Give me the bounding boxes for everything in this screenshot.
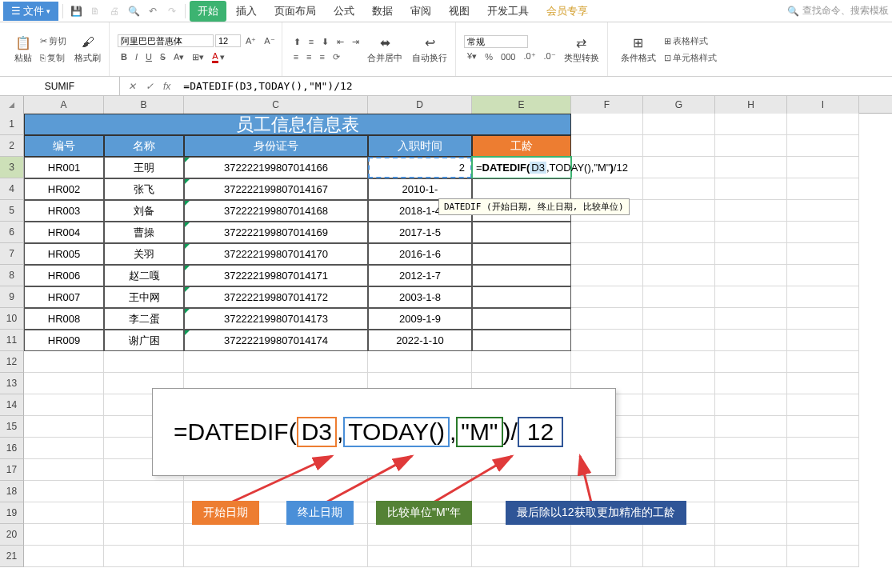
- cell[interactable]: [472, 178, 571, 200]
- align-left-icon[interactable]: ≡: [290, 50, 302, 63]
- cell[interactable]: HR008: [24, 308, 104, 330]
- paste-button[interactable]: 📋粘贴: [10, 33, 37, 66]
- cell[interactable]: 王中网: [104, 286, 184, 308]
- comma-icon[interactable]: 000: [498, 50, 518, 63]
- cell[interactable]: 372222199807014174: [184, 330, 368, 351]
- tab-view[interactable]: 视图: [441, 1, 478, 22]
- search-box[interactable]: 🔍 查找命令、搜索模板: [787, 4, 889, 18]
- cell[interactable]: [715, 351, 787, 373]
- cond-format-button[interactable]: ⊞条件格式: [616, 33, 661, 66]
- row-header-18[interactable]: 18: [0, 481, 24, 502]
- cell[interactable]: [643, 330, 715, 351]
- cell[interactable]: HR002: [24, 178, 104, 200]
- tab-dev[interactable]: 开发工具: [479, 1, 537, 22]
- cut-button[interactable]: ✂ 剪切: [37, 34, 70, 49]
- cell[interactable]: [571, 265, 643, 286]
- cell[interactable]: [184, 546, 368, 567]
- row-header-1[interactable]: 1: [0, 114, 24, 135]
- cell[interactable]: [643, 222, 715, 243]
- cell[interactable]: [571, 351, 643, 373]
- cell[interactable]: [715, 135, 787, 157]
- col-header-C[interactable]: C: [184, 96, 368, 114]
- cell[interactable]: [643, 200, 715, 222]
- fx-icon[interactable]: fx: [163, 81, 170, 92]
- align-middle-icon[interactable]: ≡: [306, 35, 317, 48]
- cell[interactable]: [643, 135, 715, 157]
- cell[interactable]: 2009-1-9: [368, 308, 472, 330]
- row-header-15[interactable]: 15: [0, 416, 24, 438]
- col-header-I[interactable]: I: [787, 96, 859, 114]
- col-header-H[interactable]: H: [715, 96, 787, 114]
- cell[interactable]: [571, 114, 643, 135]
- cell[interactable]: HR001: [24, 157, 104, 178]
- cell[interactable]: [643, 157, 715, 178]
- decimal-inc-icon[interactable]: .0⁺: [520, 50, 538, 63]
- cell[interactable]: [715, 438, 787, 459]
- cell[interactable]: [184, 481, 368, 502]
- cell[interactable]: 2: [368, 157, 472, 178]
- cell[interactable]: [472, 286, 571, 308]
- cell[interactable]: [368, 351, 472, 373]
- undo-icon[interactable]: ↶: [144, 2, 162, 20]
- font-color-button[interactable]: A▾: [209, 50, 227, 65]
- cell[interactable]: 372222199807014168: [184, 200, 368, 222]
- cell[interactable]: HR005: [24, 243, 104, 265]
- cell[interactable]: [104, 502, 184, 524]
- cell[interactable]: HR006: [24, 265, 104, 286]
- fill-color-button[interactable]: A▾: [170, 50, 187, 64]
- cell[interactable]: [472, 330, 571, 351]
- underline-button[interactable]: U: [142, 50, 155, 63]
- cell[interactable]: [24, 546, 104, 567]
- currency-icon[interactable]: ¥▾: [464, 50, 480, 63]
- cell[interactable]: 2022-1-10: [368, 330, 472, 351]
- cell[interactable]: HR009: [24, 330, 104, 351]
- strike-button[interactable]: S̶: [157, 50, 169, 64]
- font-size-input[interactable]: [215, 34, 241, 47]
- cell[interactable]: [715, 373, 787, 394]
- cell[interactable]: [24, 524, 104, 546]
- row-header-7[interactable]: 7: [0, 243, 24, 265]
- grid[interactable]: A B C D E F G H I 1员工信息信息表2编号名称身份证号入职时间工…: [0, 96, 892, 588]
- cell[interactable]: [643, 243, 715, 265]
- row-header-13[interactable]: 13: [0, 373, 24, 394]
- row-header-5[interactable]: 5: [0, 200, 24, 222]
- row-header-4[interactable]: 4: [0, 178, 24, 200]
- cell[interactable]: [715, 178, 787, 200]
- cell[interactable]: 2003-1-8: [368, 286, 472, 308]
- cell[interactable]: [643, 438, 715, 459]
- tab-review[interactable]: 审阅: [402, 1, 439, 22]
- cell[interactable]: [24, 502, 104, 524]
- bold-button[interactable]: B: [118, 50, 130, 63]
- copy-button[interactable]: ⎘ 复制: [37, 50, 68, 66]
- cell[interactable]: [787, 200, 859, 222]
- col-header-D[interactable]: D: [368, 96, 472, 114]
- cell[interactable]: [787, 114, 859, 135]
- row-header-11[interactable]: 11: [0, 330, 24, 351]
- cell[interactable]: [715, 524, 787, 546]
- cell[interactable]: [24, 373, 104, 394]
- cell[interactable]: [368, 546, 472, 567]
- cell[interactable]: 谢广困: [104, 330, 184, 351]
- cell[interactable]: [571, 481, 643, 502]
- cell[interactable]: [787, 286, 859, 308]
- cell[interactable]: 372222199807014167: [184, 178, 368, 200]
- tab-data[interactable]: 数据: [364, 1, 401, 22]
- cell[interactable]: 赵二嘎: [104, 265, 184, 286]
- header-D[interactable]: 入职时间: [368, 135, 472, 157]
- decrease-font-icon[interactable]: A⁻: [261, 34, 278, 48]
- decimal-dec-icon[interactable]: .0⁻: [541, 50, 559, 63]
- indent-left-icon[interactable]: ⇤: [334, 35, 347, 49]
- formula-input[interactable]: =DATEDIF(D3,TODAY(),"M")/12: [178, 80, 892, 92]
- cell[interactable]: 关羽: [104, 243, 184, 265]
- cell[interactable]: [787, 178, 859, 200]
- orientation-icon[interactable]: ⟳: [330, 50, 343, 64]
- cell[interactable]: [472, 546, 571, 567]
- cell[interactable]: [571, 308, 643, 330]
- preview-icon[interactable]: 🗎: [86, 2, 104, 20]
- col-header-F[interactable]: F: [571, 96, 643, 114]
- merge-button[interactable]: ⬌合并居中: [362, 33, 407, 66]
- cell[interactable]: [787, 394, 859, 416]
- row-header-16[interactable]: 16: [0, 438, 24, 459]
- row-header-3[interactable]: 3: [0, 157, 24, 178]
- align-center-icon[interactable]: ≡: [303, 50, 314, 63]
